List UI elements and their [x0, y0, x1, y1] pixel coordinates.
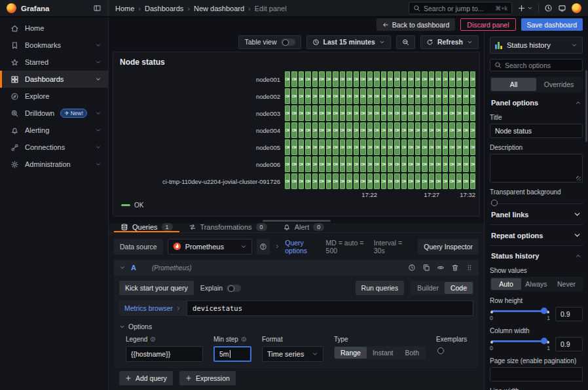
- zoom-out-button[interactable]: [396, 35, 415, 49]
- status-cell[interactable]: OK: [374, 105, 379, 121]
- status-cell[interactable]: OK: [285, 173, 290, 189]
- status-cell[interactable]: OK: [388, 173, 393, 189]
- drag-grip-icon[interactable]: [466, 264, 473, 272]
- status-cell[interactable]: OK: [291, 71, 297, 87]
- status-cell[interactable]: OK: [435, 105, 441, 121]
- section-panel-links[interactable]: Panel links: [490, 204, 583, 224]
- page-size-enable-pagination-input[interactable]: [490, 367, 583, 381]
- status-cell[interactable]: OK: [449, 105, 454, 121]
- status-cell[interactable]: OK: [360, 139, 365, 155]
- run-queries-button[interactable]: Run queries: [356, 281, 405, 295]
- status-cell[interactable]: OK: [346, 71, 352, 87]
- status-cell[interactable]: OK: [326, 71, 331, 87]
- status-cell[interactable]: OK: [381, 105, 386, 121]
- panel-options-section-header[interactable]: Panel options: [490, 92, 583, 108]
- status-cell[interactable]: OK: [470, 122, 475, 138]
- hide-response-eye-icon[interactable]: [437, 264, 445, 272]
- status-cell[interactable]: OK: [340, 173, 345, 189]
- panel-title-input[interactable]: Node status: [490, 124, 583, 138]
- status-cell[interactable]: OK: [367, 105, 373, 121]
- help-icon[interactable]: [544, 4, 553, 12]
- status-cell[interactable]: OK: [374, 156, 379, 172]
- refresh-button[interactable]: Refresh: [420, 35, 479, 49]
- status-cell[interactable]: OK: [374, 139, 379, 155]
- status-cell[interactable]: OK: [367, 156, 373, 172]
- status-cell[interactable]: OK: [443, 88, 448, 104]
- status-cell[interactable]: OK: [394, 139, 399, 155]
- status-cell[interactable]: OK: [443, 173, 448, 189]
- section-repeat-options[interactable]: Repeat options: [490, 224, 583, 245]
- resize-grip-icon[interactable]: [576, 176, 581, 181]
- breadcrumb-item-dashboards[interactable]: Dashboards: [145, 5, 183, 12]
- status-cell[interactable]: OK: [312, 122, 318, 138]
- status-cell[interactable]: OK: [422, 71, 427, 87]
- global-search-input[interactable]: Search or jump to... ⌘+k: [409, 2, 512, 14]
- status-cell[interactable]: OK: [443, 156, 448, 172]
- status-cell[interactable]: OK: [435, 173, 441, 189]
- duplicate-icon[interactable]: [422, 264, 430, 272]
- status-cell[interactable]: OK: [312, 71, 318, 87]
- sidebar-item-administration[interactable]: Administration: [0, 156, 108, 173]
- status-cell[interactable]: OK: [374, 88, 379, 104]
- options-scrollbar[interactable]: [585, 70, 587, 142]
- status-cell[interactable]: OK: [415, 105, 420, 121]
- status-cell[interactable]: OK: [333, 139, 338, 155]
- status-cell[interactable]: OK: [346, 139, 352, 155]
- status-cell[interactable]: OK: [319, 88, 324, 104]
- status-cell[interactable]: OK: [408, 71, 413, 87]
- status-cell[interactable]: OK: [299, 88, 304, 104]
- status-cell[interactable]: OK: [360, 122, 365, 138]
- status-cell[interactable]: OK: [326, 156, 331, 172]
- sidebar-item-starred[interactable]: Starred: [0, 54, 108, 71]
- status-cell[interactable]: OK: [408, 173, 413, 189]
- status-cell[interactable]: OK: [422, 105, 427, 121]
- type-option-range[interactable]: Range: [335, 347, 367, 359]
- status-cell[interactable]: OK: [312, 105, 318, 121]
- status-cell[interactable]: OK: [333, 173, 338, 189]
- status-cell[interactable]: OK: [285, 139, 290, 155]
- status-cell[interactable]: OK: [319, 139, 324, 155]
- status-cell[interactable]: OK: [312, 173, 318, 189]
- tab-transformations[interactable]: Transformations0: [182, 223, 274, 232]
- status-cell[interactable]: OK: [463, 71, 468, 87]
- status-cell[interactable]: OK: [346, 88, 352, 104]
- status-cell[interactable]: OK: [388, 122, 393, 138]
- status-cell[interactable]: OK: [415, 139, 420, 155]
- status-cell[interactable]: OK: [456, 173, 462, 189]
- visualization-picker[interactable]: Status history: [490, 37, 583, 54]
- column-width-value-input[interactable]: 0.9: [555, 337, 583, 351]
- status-cell[interactable]: OK: [381, 88, 386, 104]
- status-cell[interactable]: OK: [374, 71, 379, 87]
- status-cell[interactable]: OK: [401, 105, 407, 121]
- status-cell[interactable]: OK: [291, 139, 297, 155]
- status-cell[interactable]: OK: [449, 88, 454, 104]
- status-cell[interactable]: OK: [291, 173, 297, 189]
- status-cell[interactable]: OK: [381, 173, 386, 189]
- status-cell[interactable]: OK: [449, 139, 454, 155]
- table-view-toggle[interactable]: Table view: [238, 35, 301, 49]
- new-button[interactable]: [517, 4, 533, 12]
- metrics-browser-button[interactable]: Metrics browser: [119, 300, 187, 316]
- row-height-value-input[interactable]: 0.9: [555, 307, 583, 321]
- status-cell[interactable]: OK: [367, 71, 373, 87]
- status-cell[interactable]: OK: [463, 122, 468, 138]
- time-range-picker[interactable]: Last 15 minutes: [306, 35, 391, 49]
- status-cell[interactable]: OK: [435, 156, 441, 172]
- status-cell[interactable]: OK: [354, 88, 359, 104]
- datasource-help-icon[interactable]: [257, 239, 270, 255]
- show-values-option-never[interactable]: Never: [551, 278, 581, 290]
- status-cell[interactable]: OK: [312, 139, 318, 155]
- query-history-icon[interactable]: [408, 264, 416, 272]
- status-cell[interactable]: OK: [401, 88, 407, 104]
- status-cell[interactable]: OK: [299, 122, 304, 138]
- tab-queries[interactable]: Queries1: [114, 223, 179, 232]
- status-cell[interactable]: OK: [463, 173, 468, 189]
- status-cell[interactable]: OK: [305, 122, 310, 138]
- status-cell[interactable]: OK: [394, 122, 399, 138]
- status-cell[interactable]: OK: [367, 122, 373, 138]
- sidebar-item-dashboards[interactable]: Dashboards: [0, 71, 108, 88]
- status-cell[interactable]: OK: [354, 105, 359, 121]
- status-cell[interactable]: OK: [305, 139, 310, 155]
- status-cell[interactable]: OK: [443, 139, 448, 155]
- promql-expression-input[interactable]: devicestatus: [187, 300, 473, 316]
